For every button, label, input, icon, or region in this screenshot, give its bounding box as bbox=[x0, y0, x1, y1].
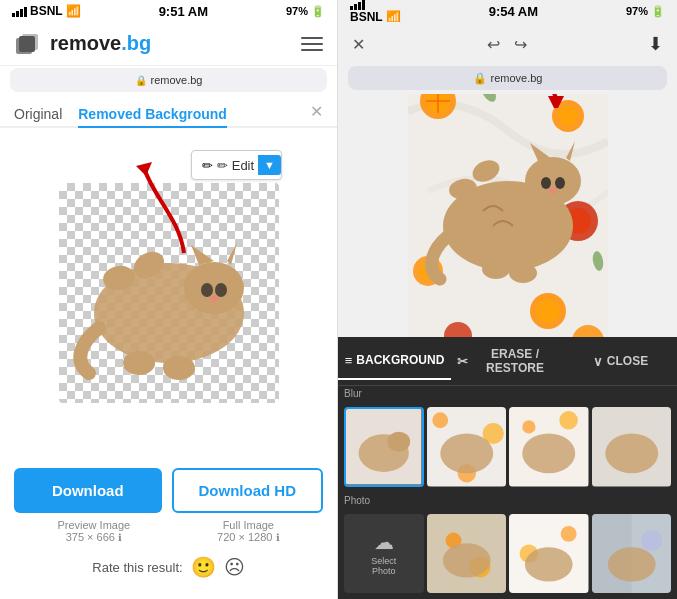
right-cat-image bbox=[408, 94, 608, 337]
svg-point-27 bbox=[536, 299, 560, 323]
bg-thumb-2[interactable] bbox=[427, 407, 507, 487]
bottom-toolbar: ≡ BACKGROUND ✂ ERASE / RESTORE ∨ CLOSE B… bbox=[338, 337, 677, 599]
preview-info: Preview Image 375 × 666 ℹ bbox=[57, 519, 130, 543]
photo-thumb-3[interactable] bbox=[592, 514, 672, 594]
left-url-text: remove.bg bbox=[151, 74, 203, 86]
preview-label: Preview Image bbox=[57, 519, 130, 531]
right-panel: BSNL 📶 9:54 AM 97% 🔋 ✕ ↩ ↪ ⬇ 🔒 remove.bg bbox=[338, 0, 677, 599]
erase-tab[interactable]: ✂ ERASE / RESTORE bbox=[451, 337, 564, 385]
red-arrow-bg bbox=[518, 94, 598, 112]
full-info: Full Image 720 × 1280 ℹ bbox=[217, 519, 279, 543]
svg-point-10 bbox=[210, 296, 218, 302]
right-carrier: BSNL 📶 bbox=[350, 0, 401, 24]
svg-point-70 bbox=[607, 547, 655, 581]
close-tab[interactable]: ∨ CLOSE bbox=[564, 344, 677, 379]
right-battery-area: 97% 🔋 bbox=[626, 5, 665, 18]
chevron-down-icon: ∨ bbox=[593, 354, 603, 369]
svg-marker-7 bbox=[227, 243, 237, 265]
left-status-bar: BSNL 📶 9:51 AM 97% 🔋 bbox=[0, 0, 337, 22]
tab-removed[interactable]: Removed Background bbox=[78, 102, 227, 128]
photo-thumb-1[interactable] bbox=[427, 514, 507, 594]
select-photo-label: SelectPhoto bbox=[371, 556, 396, 576]
toolbar-tabs: ≡ BACKGROUND ✂ ERASE / RESTORE ∨ CLOSE bbox=[338, 337, 677, 386]
hamburger-button[interactable] bbox=[301, 37, 323, 51]
layers-icon: ≡ bbox=[345, 353, 353, 368]
tab-original[interactable]: Original bbox=[14, 102, 62, 126]
close-tab-button[interactable]: ✕ bbox=[310, 102, 323, 121]
close-button[interactable]: ✕ bbox=[352, 35, 365, 54]
bg-tab[interactable]: ≡ BACKGROUND bbox=[338, 343, 451, 380]
rate-label: Rate this result: bbox=[92, 560, 182, 575]
left-header: remove.bg bbox=[0, 22, 337, 66]
info-icon-full: ℹ bbox=[276, 532, 280, 543]
left-url-bar: 🔒 remove.bg bbox=[10, 68, 327, 92]
photo-label: Photo bbox=[338, 493, 677, 508]
full-size: 720 × 1280 ℹ bbox=[217, 531, 279, 543]
sad-emoji[interactable]: ☹ bbox=[224, 555, 245, 579]
redo-icon[interactable]: ↪ bbox=[514, 35, 527, 54]
logo: remove.bg bbox=[14, 30, 151, 58]
download-section: Download Download HD Preview Image 375 ×… bbox=[0, 458, 337, 599]
svg-point-39 bbox=[549, 188, 557, 194]
undo-icon[interactable]: ↩ bbox=[487, 35, 500, 54]
svg-point-8 bbox=[201, 283, 213, 297]
bg-thumb-1[interactable] bbox=[344, 407, 424, 487]
svg-point-38 bbox=[555, 177, 565, 189]
svg-point-58 bbox=[605, 434, 658, 474]
svg-point-66 bbox=[525, 547, 573, 581]
top-controls: ↩ ↪ bbox=[487, 35, 527, 54]
svg-point-14 bbox=[163, 356, 195, 380]
signal-bars-icon bbox=[12, 5, 27, 17]
info-icon-preview: ℹ bbox=[118, 532, 122, 543]
select-photo-button[interactable]: ☁ SelectPhoto bbox=[344, 514, 424, 594]
svg-marker-3 bbox=[136, 162, 152, 176]
right-image-area bbox=[338, 94, 677, 337]
bg-thumb-4[interactable] bbox=[592, 407, 672, 487]
rate-row: Rate this result: 🙂 ☹ bbox=[14, 549, 323, 589]
svg-point-9 bbox=[215, 283, 227, 297]
lock-icon: 🔒 bbox=[135, 75, 147, 86]
svg-point-65 bbox=[561, 525, 577, 541]
svg-point-49 bbox=[432, 412, 448, 428]
right-signal-bars-icon bbox=[350, 0, 401, 10]
edit-dropdown-arrow[interactable]: ▼ bbox=[258, 155, 281, 175]
battery-area: 97% 🔋 bbox=[286, 5, 325, 18]
erase-tab-label: ERASE / RESTORE bbox=[472, 347, 558, 375]
wifi-icon: 📶 bbox=[66, 4, 81, 18]
blur-label: Blur bbox=[338, 386, 677, 401]
image-info: Preview Image 375 × 666 ℹ Full Image 720… bbox=[14, 519, 323, 543]
right-url-bar: 🔒 remove.bg bbox=[348, 66, 667, 90]
download-hd-button[interactable]: Download HD bbox=[172, 468, 324, 513]
battery-icon: 🔋 bbox=[311, 5, 325, 18]
preview-size: 375 × 666 ℹ bbox=[57, 531, 130, 543]
svg-point-55 bbox=[559, 411, 578, 430]
bg-thumb-3[interactable] bbox=[509, 407, 589, 487]
photo-grid: ☁ SelectPhoto bbox=[338, 508, 677, 600]
left-carrier: BSNL 📶 bbox=[12, 4, 81, 18]
svg-point-43 bbox=[509, 263, 537, 283]
svg-point-56 bbox=[522, 434, 575, 474]
svg-point-13 bbox=[123, 351, 155, 375]
happy-emoji[interactable]: 🙂 bbox=[191, 555, 216, 579]
battery-percent: 97% bbox=[286, 5, 308, 17]
eraser-icon: ✂ bbox=[457, 354, 468, 369]
svg-rect-2 bbox=[19, 36, 35, 52]
close-tab-label: CLOSE bbox=[607, 354, 648, 368]
preview-area: ✏ ✏ Edit ▼ bbox=[0, 128, 337, 458]
svg-point-52 bbox=[440, 434, 493, 474]
photo-thumb-2[interactable] bbox=[509, 514, 589, 594]
full-label: Full Image bbox=[217, 519, 279, 531]
svg-point-47 bbox=[388, 432, 411, 452]
download-icon[interactable]: ⬇ bbox=[648, 33, 663, 55]
right-url-text: remove.bg bbox=[491, 72, 543, 84]
right-battery-icon: 🔋 bbox=[651, 5, 665, 18]
svg-marker-44 bbox=[548, 96, 564, 108]
right-header: ✕ ↩ ↪ ⬇ bbox=[338, 22, 677, 66]
left-tabs: Original Removed Background ✕ bbox=[0, 96, 337, 128]
carrier-label: BSNL bbox=[30, 4, 63, 18]
download-buttons: Download Download HD bbox=[14, 468, 323, 513]
download-button[interactable]: Download bbox=[14, 468, 162, 513]
right-lock-icon: 🔒 bbox=[473, 72, 487, 85]
right-battery-percent: 97% bbox=[626, 5, 648, 17]
right-time: 9:54 AM bbox=[489, 4, 538, 19]
